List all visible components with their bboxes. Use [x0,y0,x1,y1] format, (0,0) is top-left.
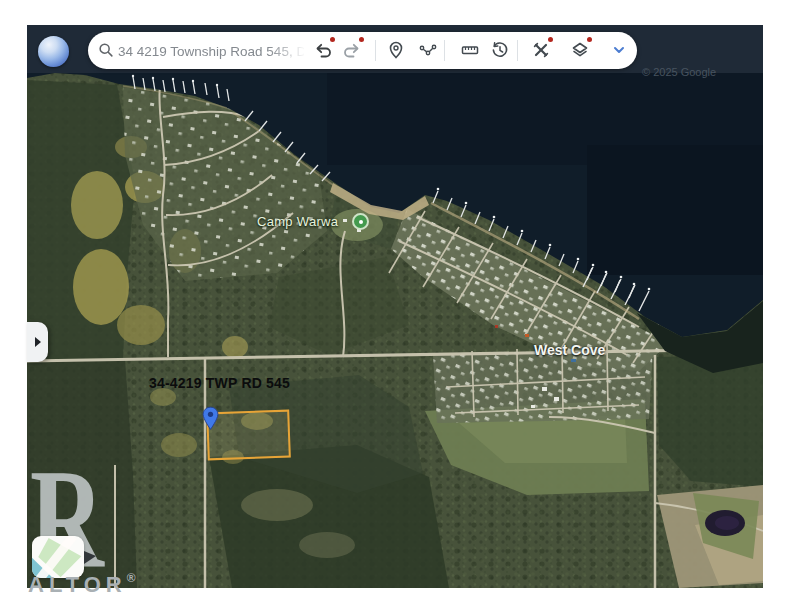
realtor-watermark-text: ALTOR® [28,572,136,598]
watermark-serif-tip [84,551,96,564]
layers-icon [570,40,590,60]
camp-warwa-poi-icon[interactable] [352,213,369,230]
search-input[interactable] [116,40,306,62]
toolbar-separator [375,40,376,61]
property-address-label: 34-4219 TWP RD 545 [149,375,290,391]
layers-notification-dot [587,37,592,42]
west-cove-label: West Cove [534,342,605,358]
redo-icon [342,40,362,60]
tools-notification-dot [548,37,553,42]
google-earth-logo[interactable] [38,36,69,67]
add-placemark-button[interactable] [383,37,409,63]
tools-button[interactable] [528,37,554,63]
redo-button[interactable] [339,37,365,63]
path-icon [418,40,438,60]
ruler-icon [460,40,480,60]
location-pin[interactable] [202,406,219,435]
draw-path-button[interactable] [415,37,441,63]
measure-button[interactable] [457,37,483,63]
camp-warwa-label: Camp Warwa [257,214,338,229]
open-side-panel-handle[interactable] [27,322,48,362]
map-copyright: © 2025 Google [642,66,716,78]
redo-notification-dot [359,37,364,42]
toolbar-separator [517,40,518,61]
chevron-right-icon [35,337,41,347]
placemark-icon [386,40,406,60]
toolbar-separator [444,40,445,61]
layers-button[interactable] [567,37,593,63]
undo-button[interactable] [310,37,336,63]
tools-icon [531,40,551,60]
history-icon [490,40,510,60]
undo-icon [313,40,333,60]
historical-imagery-button[interactable] [487,37,513,63]
satellite-map-viewport[interactable]: Camp Warwa West Cove 34-4219 TWP RD 545 … [27,25,763,588]
collapse-toolbar-button[interactable] [606,37,632,63]
undo-notification-dot [330,37,335,42]
satellite-imagery [27,25,763,588]
chevron-down-icon [609,40,629,60]
search-icon [97,41,115,59]
screenshot-root: { "app": { "name": "Google Earth" }, "to… [0,0,792,612]
